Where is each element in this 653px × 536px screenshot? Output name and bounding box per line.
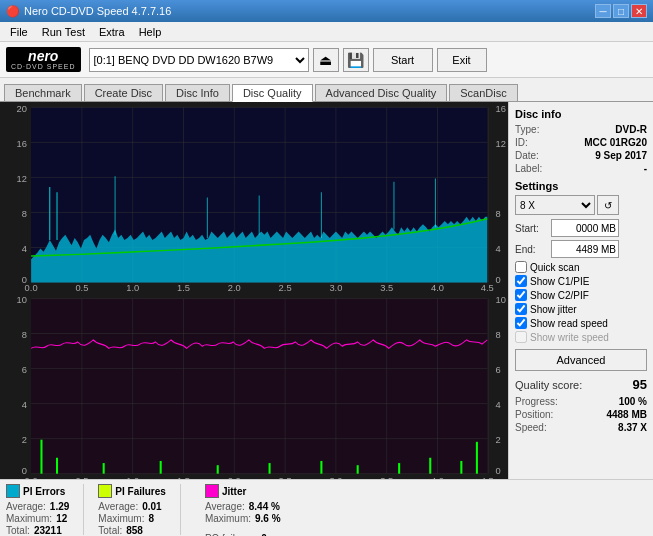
pi-failures-avg-label: Average: bbox=[98, 501, 138, 512]
svg-text:8: 8 bbox=[496, 208, 501, 219]
menu-help[interactable]: Help bbox=[133, 24, 168, 40]
svg-text:2.0: 2.0 bbox=[228, 475, 241, 479]
pi-errors-max-label: Maximum: bbox=[6, 513, 52, 524]
show-write-speed-checkbox bbox=[515, 331, 527, 343]
speed-refresh-button[interactable]: ↺ bbox=[597, 195, 619, 215]
menu-file[interactable]: File bbox=[4, 24, 34, 40]
svg-text:1.5: 1.5 bbox=[177, 475, 190, 479]
svg-text:16: 16 bbox=[496, 102, 506, 113]
svg-text:20: 20 bbox=[17, 102, 27, 113]
info-id-row: ID: MCC 01RG20 bbox=[515, 137, 647, 148]
type-label: Type: bbox=[515, 124, 539, 135]
position-value: 4488 MB bbox=[606, 409, 647, 420]
speed-dropdown[interactable]: 8 X bbox=[515, 195, 595, 215]
minimize-button[interactable]: ─ bbox=[595, 4, 611, 18]
quick-scan-checkbox[interactable] bbox=[515, 261, 527, 273]
menu-run-test[interactable]: Run Test bbox=[36, 24, 91, 40]
svg-text:10: 10 bbox=[17, 294, 27, 305]
date-value: 9 Sep 2017 bbox=[595, 150, 647, 161]
pi-errors-legend-label: PI Errors bbox=[23, 486, 65, 497]
id-label: ID: bbox=[515, 137, 528, 148]
maximize-button[interactable]: □ bbox=[613, 4, 629, 18]
show-write-speed-label: Show write speed bbox=[530, 332, 609, 343]
jitter-color bbox=[205, 484, 219, 498]
svg-text:4.5: 4.5 bbox=[481, 475, 494, 479]
end-mb-input[interactable] bbox=[551, 240, 619, 258]
progress-section: Progress: 100 % Position: 4488 MB Speed:… bbox=[515, 396, 647, 433]
tab-benchmark[interactable]: Benchmark bbox=[4, 84, 82, 101]
start-mb-label: Start: bbox=[515, 223, 547, 234]
tab-advanced-disc-quality[interactable]: Advanced Disc Quality bbox=[315, 84, 448, 101]
checkbox-jitter: Show jitter bbox=[515, 303, 647, 315]
svg-text:0: 0 bbox=[496, 465, 501, 476]
pi-errors-max-row: Maximum: 12 bbox=[6, 513, 69, 524]
svg-text:2: 2 bbox=[22, 434, 27, 445]
progress-value: 100 % bbox=[619, 396, 647, 407]
pi-failures-avg-row: Average: 0.01 bbox=[98, 501, 166, 512]
start-mb-input[interactable] bbox=[551, 219, 619, 237]
show-jitter-checkbox[interactable] bbox=[515, 303, 527, 315]
drive-select[interactable]: [0:1] BENQ DVD DD DW1620 B7W9 bbox=[89, 48, 309, 72]
svg-text:3.5: 3.5 bbox=[380, 282, 393, 293]
svg-text:2.5: 2.5 bbox=[279, 282, 292, 293]
jitter-max-row: Maximum: 9.6 % bbox=[205, 513, 281, 524]
info-date-row: Date: 9 Sep 2017 bbox=[515, 150, 647, 161]
svg-text:6: 6 bbox=[496, 364, 501, 375]
pi-failures-total-label: Total: bbox=[98, 525, 122, 536]
id-value: MCC 01RG20 bbox=[584, 137, 647, 148]
jitter-group: Jitter Average: 8.44 % Maximum: 9.6 % PO… bbox=[205, 484, 281, 535]
svg-text:12: 12 bbox=[17, 173, 27, 184]
close-button[interactable]: ✕ bbox=[631, 4, 647, 18]
right-panel: Disc info Type: DVD-R ID: MCC 01RG20 Dat… bbox=[508, 102, 653, 479]
jitter-legend: Jitter bbox=[205, 484, 281, 498]
svg-text:6: 6 bbox=[22, 364, 27, 375]
svg-text:1.5: 1.5 bbox=[177, 282, 190, 293]
show-c2pif-label: Show C2/PIF bbox=[530, 290, 589, 301]
svg-text:8: 8 bbox=[22, 329, 27, 340]
svg-text:8: 8 bbox=[496, 329, 501, 340]
quality-label: Quality score: bbox=[515, 379, 582, 391]
position-label: Position: bbox=[515, 409, 553, 420]
pi-errors-color bbox=[6, 484, 20, 498]
pi-failures-legend-label: PI Failures bbox=[115, 486, 166, 497]
show-c1pie-checkbox[interactable] bbox=[515, 275, 527, 287]
speed-row: Speed: 8.37 X bbox=[515, 422, 647, 433]
disc-label-value: - bbox=[644, 163, 647, 174]
stats-bar: PI Errors Average: 1.29 Maximum: 12 Tota… bbox=[0, 479, 653, 536]
svg-text:2: 2 bbox=[496, 434, 501, 445]
pi-errors-group: PI Errors Average: 1.29 Maximum: 12 Tota… bbox=[6, 484, 69, 535]
svg-text:3.0: 3.0 bbox=[329, 282, 342, 293]
start-button[interactable]: Start bbox=[373, 48, 433, 72]
tab-disc-quality[interactable]: Disc Quality bbox=[232, 84, 313, 102]
disc-label-label: Label: bbox=[515, 163, 542, 174]
pi-failures-total-row: Total: 858 bbox=[98, 525, 166, 536]
show-read-speed-checkbox[interactable] bbox=[515, 317, 527, 329]
jitter-max-label: Maximum: bbox=[205, 513, 251, 524]
svg-text:0.0: 0.0 bbox=[25, 475, 38, 479]
menu-extra[interactable]: Extra bbox=[93, 24, 131, 40]
logo-sub: CD·DVD SPEED bbox=[11, 63, 76, 70]
tab-create-disc[interactable]: Create Disc bbox=[84, 84, 163, 101]
jitter-avg-label: Average: bbox=[205, 501, 245, 512]
tab-scandisc[interactable]: ScanDisc bbox=[449, 84, 517, 101]
advanced-button[interactable]: Advanced bbox=[515, 349, 647, 371]
info-label-row: Label: - bbox=[515, 163, 647, 174]
svg-text:4: 4 bbox=[22, 243, 27, 254]
svg-text:1.0: 1.0 bbox=[126, 282, 139, 293]
exit-button[interactable]: Exit bbox=[437, 48, 487, 72]
eject-button[interactable]: ⏏ bbox=[313, 48, 339, 72]
jitter-legend-label: Jitter bbox=[222, 486, 246, 497]
pi-failures-max-value: 8 bbox=[148, 513, 154, 524]
info-type-row: Type: DVD-R bbox=[515, 124, 647, 135]
jitter-avg-value: 8.44 % bbox=[249, 501, 280, 512]
titlebar-controls: ─ □ ✕ bbox=[595, 4, 647, 18]
pi-errors-avg-label: Average: bbox=[6, 501, 46, 512]
save-button[interactable]: 💾 bbox=[343, 48, 369, 72]
date-label: Date: bbox=[515, 150, 539, 161]
chart-svg: 20 16 12 8 4 0 16 12 8 4 0 0.0 0.5 1.0 1… bbox=[0, 102, 508, 479]
svg-text:0.0: 0.0 bbox=[25, 282, 38, 293]
pi-errors-total-row: Total: 23211 bbox=[6, 525, 69, 536]
tab-disc-info[interactable]: Disc Info bbox=[165, 84, 230, 101]
show-c2pif-checkbox[interactable] bbox=[515, 289, 527, 301]
app-icon: 🔴 bbox=[6, 5, 20, 18]
